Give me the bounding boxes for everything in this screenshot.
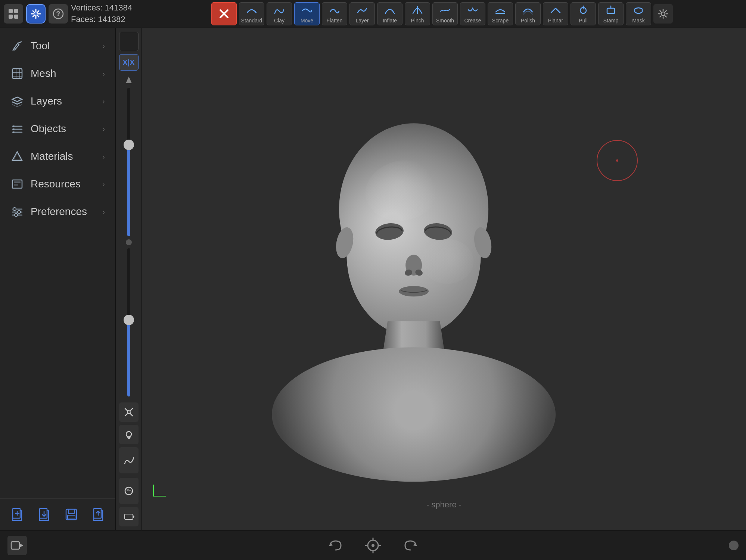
svg-point-54 <box>126 432 131 437</box>
stroke-button[interactable] <box>119 447 139 473</box>
objects-label: Objects <box>31 123 96 135</box>
sidebar-item-objects[interactable]: Objects › <box>3 115 112 142</box>
sidebar-item-materials[interactable]: Materials › <box>3 143 112 170</box>
svg-line-16 <box>18 42 21 43</box>
sidebar-item-layers[interactable]: Layers › <box>3 88 112 115</box>
sidebar-bottom <box>0 498 115 530</box>
brush-flatten[interactable]: Flatten <box>322 2 347 25</box>
brush-move[interactable]: Move <box>294 2 320 25</box>
intensity-slider-thumb[interactable] <box>124 315 134 325</box>
export-button[interactable] <box>88 505 108 524</box>
layers-label: Layers <box>31 95 96 107</box>
svg-point-25 <box>13 125 15 127</box>
cancel-brush-button[interactable] <box>211 2 237 25</box>
intensity-slider[interactable] <box>127 248 130 397</box>
page-indicator <box>729 541 739 550</box>
mesh-icon <box>10 67 24 80</box>
brush-planar[interactable]: Planar <box>543 2 568 25</box>
resources-chevron: › <box>102 180 105 189</box>
symmetry-button[interactable]: X|X <box>119 54 139 71</box>
svg-text:?: ? <box>56 10 60 18</box>
bottom-right <box>729 541 739 550</box>
save-button[interactable] <box>62 505 81 524</box>
brush-mask[interactable]: Mask <box>626 2 651 25</box>
svg-point-37 <box>18 211 21 214</box>
foreground-color-swatch[interactable] <box>119 32 139 51</box>
resources-icon <box>10 177 24 191</box>
brush-scrape[interactable]: Scrape <box>488 2 513 25</box>
tool-label: Tool <box>31 40 96 52</box>
svg-marker-59 <box>133 515 134 519</box>
size-slider[interactable] <box>127 88 130 236</box>
brush-inflate[interactable]: Inflate <box>377 2 402 25</box>
grid-icon-button[interactable] <box>4 4 23 24</box>
svg-point-57 <box>127 489 129 491</box>
canvas-area[interactable]: - sphere - <box>142 28 746 530</box>
brush-stamp[interactable]: Stamp <box>598 2 624 25</box>
svg-rect-58 <box>125 514 133 519</box>
sidebar-items: Tool › Mesh › <box>0 28 115 498</box>
sculpt-canvas[interactable] <box>142 28 746 530</box>
import-button[interactable] <box>34 505 54 524</box>
mesh-info: Vertices: 141384 Faces: 141382 <box>71 2 132 25</box>
brush-pinch[interactable]: Pinch <box>405 2 430 25</box>
svg-rect-46 <box>68 515 75 519</box>
mesh-chevron: › <box>102 69 105 78</box>
alpha-button[interactable] <box>119 478 139 504</box>
redo-button[interactable] <box>399 534 422 557</box>
svg-rect-1 <box>14 9 18 13</box>
svg-rect-60 <box>11 542 19 549</box>
bottom-bar <box>0 530 746 560</box>
brush-crease[interactable]: Crease <box>460 2 485 25</box>
help-button[interactable]: ? <box>49 4 68 24</box>
sidebar-item-mesh[interactable]: Mesh › <box>3 60 112 87</box>
gizmo-button[interactable] <box>119 402 139 422</box>
svg-point-27 <box>13 131 15 133</box>
settings-button[interactable] <box>653 4 673 24</box>
move-tool-active-button[interactable] <box>26 4 46 24</box>
brush-layer[interactable]: Layer <box>349 2 375 25</box>
sidebar-item-preferences[interactable]: Preferences › <box>3 198 112 225</box>
svg-point-64 <box>372 544 374 547</box>
svg-point-36 <box>13 208 16 211</box>
undo-button[interactable] <box>324 534 347 557</box>
objects-chevron: › <box>102 125 105 133</box>
svg-rect-30 <box>12 180 22 188</box>
svg-rect-45 <box>68 509 74 514</box>
brush-tools: Standard Clay Move Flatten <box>142 2 742 25</box>
sphere-label: - sphere - <box>426 500 461 510</box>
focus-button[interactable] <box>362 534 384 557</box>
vertices-value: 141384 <box>105 3 132 12</box>
middle-strip: X|X <box>116 28 142 530</box>
sidebar-item-resources[interactable]: Resources › <box>3 171 112 197</box>
materials-label: Materials <box>31 150 96 162</box>
new-file-button[interactable] <box>7 505 27 524</box>
preferences-label: Preferences <box>31 206 96 218</box>
brush-smooth[interactable]: Smooth <box>432 2 458 25</box>
preferences-chevron: › <box>102 208 105 216</box>
size-slider-thumb[interactable] <box>124 140 134 150</box>
sidebar-item-tool[interactable]: Tool › <box>3 32 112 59</box>
materials-icon <box>10 150 24 163</box>
svg-point-38 <box>15 214 18 217</box>
svg-point-15 <box>661 12 665 16</box>
svg-point-26 <box>13 128 15 130</box>
bottom-center <box>324 534 422 557</box>
resources-label: Resources <box>31 178 96 190</box>
svg-rect-0 <box>9 9 13 13</box>
layers-icon <box>10 94 24 108</box>
preferences-icon <box>10 205 24 218</box>
svg-rect-3 <box>14 15 18 19</box>
brush-polish[interactable]: Polish <box>515 2 541 25</box>
brush-standard[interactable]: Standard <box>239 2 264 25</box>
record-video-button[interactable] <box>7 536 27 555</box>
bottom-left <box>7 536 27 555</box>
record-button-strip[interactable] <box>119 507 139 526</box>
brush-clay[interactable]: Clay <box>267 2 292 25</box>
svg-marker-69 <box>413 542 417 546</box>
svg-rect-42 <box>40 508 47 518</box>
light-button[interactable] <box>119 425 139 444</box>
svg-point-53 <box>127 411 130 414</box>
brush-pull[interactable]: Pull <box>571 2 596 25</box>
axis-indicator <box>153 485 166 497</box>
